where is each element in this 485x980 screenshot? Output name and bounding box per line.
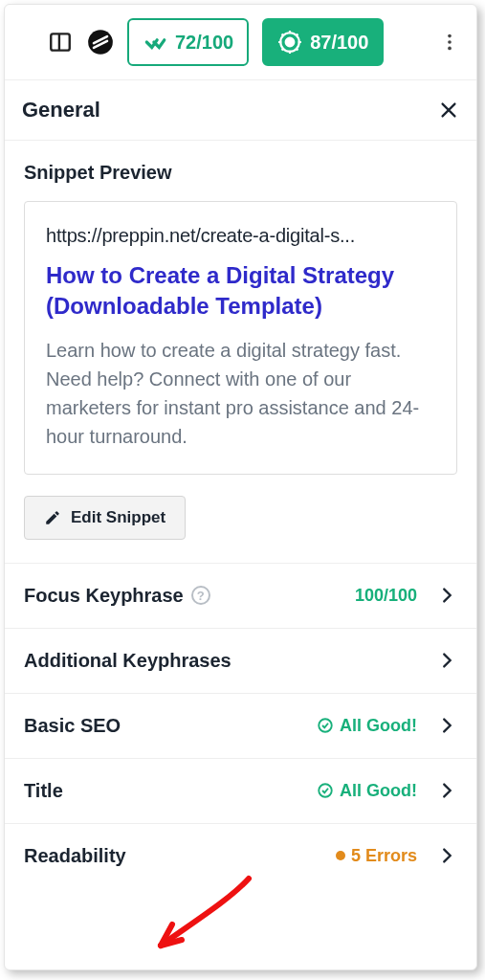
edit-snippet-button[interactable]: Edit Snippet [24,496,186,540]
svg-point-6 [448,40,452,44]
snippet-preview-section: Snippet Preview https://preppin.net/crea… [5,141,476,564]
row-basic-seo[interactable]: Basic SEO All Good! [5,694,476,759]
readability-status: 5 Errors [336,846,417,866]
additional-keyphrases-label: Additional Keyphrases [24,650,231,672]
focus-keyphrase-label: Focus Keyphrase [24,585,184,607]
chevron-right-icon [436,585,457,606]
section-title: General [22,98,100,122]
close-icon[interactable] [438,100,459,121]
basic-seo-label: Basic SEO [24,715,121,737]
warning-dot-icon [336,851,345,860]
row-focus-keyphrase[interactable]: Focus Keyphrase ? 100/100 [5,564,476,629]
svg-point-7 [448,47,452,51]
topbar: 72/100 87/100 [5,5,476,80]
pencil-icon [44,509,61,526]
snippet-description: Learn how to create a digital strategy f… [46,336,435,451]
focus-keyphrase-score: 100/100 [355,586,417,606]
svg-point-2 [88,30,113,55]
section-header: General [5,80,476,141]
row-title[interactable]: Title All Good! [5,759,476,824]
plugin-logo-icon[interactable] [87,29,114,56]
snippet-title-link[interactable]: How to Create a Digital Strategy (Downlo… [46,260,435,323]
row-readability[interactable]: Readability 5 Errors [5,824,476,888]
svg-point-5 [448,34,452,38]
title-row-status: All Good! [317,781,417,801]
check-circle-icon [317,782,334,799]
snippet-card: https://preppin.net/create-a-digital-s..… [24,201,457,475]
chevron-right-icon [436,715,457,736]
snippet-preview-heading: Snippet Preview [24,162,457,184]
readability-label: Readability [24,845,126,867]
snippet-url: https://preppin.net/create-a-digital-s..… [46,225,435,247]
sidebar-toggle-icon[interactable] [47,29,74,56]
more-menu-icon[interactable] [438,31,461,54]
seo-panel: 72/100 87/100 General Snippet Preview [4,4,477,970]
edit-snippet-label: Edit Snippet [71,508,165,527]
readability-score-value: 72/100 [175,32,233,54]
chevron-right-icon [436,780,457,801]
check-circle-icon [317,717,334,734]
seo-score-value: 87/100 [310,32,368,54]
basic-seo-status: All Good! [317,716,417,736]
readability-score-badge[interactable]: 72/100 [127,18,249,66]
chevron-right-icon [436,845,457,866]
row-additional-keyphrases[interactable]: Additional Keyphrases [5,629,476,694]
title-row-label: Title [24,780,63,802]
chevron-right-icon [436,650,457,671]
help-icon[interactable]: ? [191,586,210,605]
seo-score-badge[interactable]: 87/100 [262,18,384,66]
svg-point-4 [286,38,295,47]
